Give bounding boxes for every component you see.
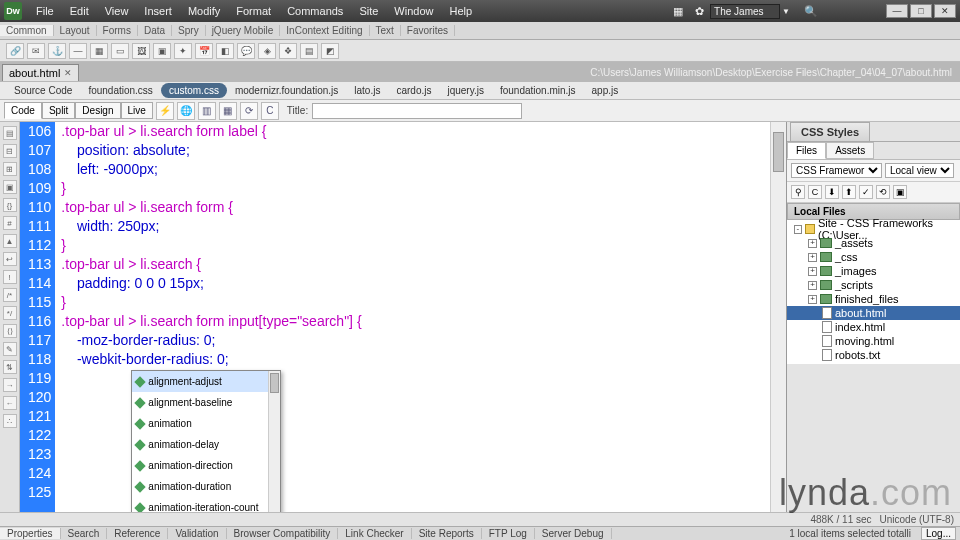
related-file[interactable]: foundation.min.js [492,83,584,98]
format-source-icon[interactable]: ∴ [3,414,17,428]
insert-ssi-icon[interactable]: ◧ [216,43,234,59]
related-file[interactable]: Source Code [6,83,80,98]
move-css-icon[interactable]: ⇅ [3,360,17,374]
close-button[interactable]: ✕ [934,4,956,18]
word-wrap-icon[interactable]: ↩ [3,252,17,266]
tree-folder[interactable]: +_images [787,264,960,278]
expand-icon[interactable]: ⊞ [3,162,17,176]
code-line[interactable]: } [61,293,770,312]
code-line[interactable]: } [61,236,770,255]
refresh-icon[interactable]: C [261,102,279,120]
menu-site[interactable]: Site [351,5,386,17]
menu-commands[interactable]: Commands [279,5,351,17]
file-management-icon[interactable]: ⟳ [240,102,258,120]
insert-table-icon[interactable]: ▦ [90,43,108,59]
menu-view[interactable]: View [97,5,137,17]
results-tab-ftp-log[interactable]: FTP Log [482,528,535,539]
menu-window[interactable]: Window [386,5,441,17]
menu-edit[interactable]: Edit [62,5,97,17]
inspect-icon[interactable]: 🌐 [177,102,195,120]
results-tab-link-checker[interactable]: Link Checker [338,528,411,539]
insert-head-icon[interactable]: ◈ [258,43,276,59]
split-view-button[interactable]: Split [42,102,75,119]
chevron-down-icon[interactable]: ▼ [782,7,790,16]
results-tab-reference[interactable]: Reference [107,528,168,539]
insert-widget-icon[interactable]: ✦ [174,43,192,59]
code-line[interactable]: -webkit-border-radius: 0; [61,350,770,369]
code-area[interactable]: .top-bar ul > li.search form label { pos… [55,122,770,514]
highlight-invalid-icon[interactable]: ▲ [3,234,17,248]
related-file[interactable]: cardo.js [388,83,439,98]
indent-icon[interactable]: → [3,378,17,392]
insert-category-layout[interactable]: Layout [54,25,97,36]
related-file[interactable]: custom.css [161,83,227,98]
related-file[interactable]: app.js [584,83,627,98]
expand-toggle-icon[interactable]: + [808,267,817,276]
get-icon[interactable]: ⬇ [825,185,839,199]
code-line[interactable]: -moz-border-radius: 0; [61,331,770,350]
insert-div-icon[interactable]: ▭ [111,43,129,59]
menu-insert[interactable]: Insert [136,5,180,17]
wrap-tag-icon[interactable]: ⟨⟩ [3,324,17,338]
sync-icon[interactable]: ⟲ [876,185,890,199]
expand-toggle-icon[interactable]: - [794,225,802,234]
expand-toggle-icon[interactable]: + [808,239,817,248]
tree-file[interactable]: about.html [787,306,960,320]
expand-panel-icon[interactable]: ▣ [893,185,907,199]
files-tab[interactable]: Files [787,142,826,159]
scrollbar-thumb[interactable] [773,132,784,172]
insert-template-icon[interactable]: ▤ [300,43,318,59]
code-line[interactable]: .top-bar ul > li.search form label { [61,122,770,141]
expand-toggle-icon[interactable]: + [808,253,817,262]
open-documents-icon[interactable]: ▤ [3,126,17,140]
insert-comment-icon[interactable]: 💬 [237,43,255,59]
balance-braces-icon[interactable]: {} [3,198,17,212]
multiscreen-icon[interactable]: ▥ [198,102,216,120]
results-tab-validation[interactable]: Validation [168,528,226,539]
recent-snippets-icon[interactable]: ✎ [3,342,17,356]
minimize-button[interactable]: — [886,4,908,18]
insert-tag-icon[interactable]: ◩ [321,43,339,59]
insert-email-icon[interactable]: ✉ [27,43,45,59]
live-view-button[interactable]: Live [121,102,153,119]
code-hint-item[interactable]: alignment-adjust [132,371,280,392]
code-line[interactable]: left: -9000px; [61,160,770,179]
maximize-button[interactable]: □ [910,4,932,18]
document-tab[interactable]: about.html ✕ [2,64,79,81]
insert-script-icon[interactable]: ❖ [279,43,297,59]
refresh-panel-icon[interactable]: C [808,185,822,199]
css-styles-panel-tab[interactable]: CSS Styles [790,122,870,141]
insert-image-icon[interactable]: 🖼 [132,43,150,59]
code-hint-item[interactable]: animation-direction [132,455,280,476]
insert-category-forms[interactable]: Forms [97,25,138,36]
tree-folder[interactable]: +_scripts [787,278,960,292]
apply-comment-icon[interactable]: /* [3,288,17,302]
tree-site-root[interactable]: -Site - CSS Frameworks (C:\User... [787,222,960,236]
insert-anchor-icon[interactable]: ⚓ [48,43,66,59]
code-line[interactable]: } [61,179,770,198]
menu-help[interactable]: Help [441,5,480,17]
insert-category-spry[interactable]: Spry [172,25,206,36]
code-hint-item[interactable]: animation-delay [132,434,280,455]
close-icon[interactable]: ✕ [64,68,72,78]
remove-comment-icon[interactable]: */ [3,306,17,320]
layout-grid-icon[interactable]: ▦ [667,5,689,18]
design-view-button[interactable]: Design [75,102,120,119]
checkout-icon[interactable]: ✓ [859,185,873,199]
code-hint-item[interactable]: alignment-baseline [132,392,280,413]
tree-file[interactable]: index.html [787,320,960,334]
log-button[interactable]: Log... [921,527,956,540]
menu-format[interactable]: Format [228,5,279,17]
related-file[interactable]: modernizr.foundation.js [227,83,346,98]
files-tree[interactable]: -Site - CSS Frameworks (C:\User...+_asse… [787,220,960,364]
tree-file[interactable]: robots.txt [787,348,960,362]
line-numbers-icon[interactable]: # [3,216,17,230]
results-tab-browser-compatibility[interactable]: Browser Compatibility [227,528,339,539]
code-line[interactable]: width: 250px; [61,217,770,236]
put-icon[interactable]: ⬆ [842,185,856,199]
code-view-button[interactable]: Code [4,102,42,119]
collapse-icon[interactable]: ⊟ [3,144,17,158]
syntax-error-icon[interactable]: ! [3,270,17,284]
results-tab-search[interactable]: Search [61,528,108,539]
code-line[interactable]: .top-bar ul > li.search { [61,255,770,274]
